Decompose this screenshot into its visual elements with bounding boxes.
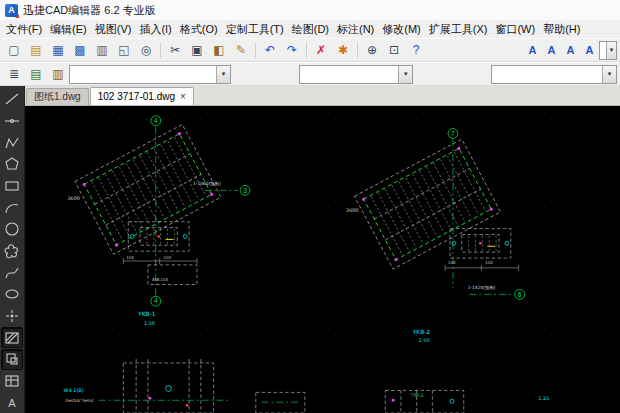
- tool-circle-button[interactable]: [1, 219, 23, 240]
- svg-text:4: 4: [154, 117, 158, 124]
- svg-text:3: 3: [243, 187, 247, 194]
- menu-file[interactable]: 文件(F): [2, 22, 46, 37]
- tool-table-button[interactable]: [1, 371, 23, 392]
- chevron-down-icon[interactable]: ▾: [398, 66, 412, 83]
- svg-text:YKB-1: YKB-1: [137, 311, 156, 317]
- menu-express-tools[interactable]: 扩展工具(X): [425, 22, 492, 37]
- axis-bubbles: 44376: [151, 116, 525, 306]
- find-icon[interactable]: ◎: [135, 40, 157, 61]
- explode-icon[interactable]: ✱: [332, 40, 354, 61]
- layers-icon[interactable]: ≣: [3, 64, 25, 85]
- svg-text:150: 150: [485, 260, 493, 265]
- svg-text:7: 7: [451, 130, 455, 137]
- help-icon[interactable]: ?: [405, 40, 427, 61]
- zoom-extents-icon[interactable]: ⊡: [383, 40, 405, 61]
- menu-insert[interactable]: 插入(I): [135, 22, 175, 37]
- linetype-combo[interactable]: ▾: [491, 65, 617, 84]
- layer-combo[interactable]: ▾: [69, 65, 231, 84]
- toolbar-separator: [306, 42, 307, 58]
- tool-revcloud-button[interactable]: [1, 241, 23, 262]
- window-title: 迅捷CAD编辑器 6.2 专业版: [23, 3, 156, 18]
- svg-text:368.150: 368.150: [152, 277, 169, 282]
- tool-arc-button[interactable]: [1, 197, 23, 218]
- tool-spline-button[interactable]: [1, 262, 23, 283]
- print-preview-icon[interactable]: ◱: [113, 40, 135, 61]
- xline-icon: [4, 113, 20, 129]
- text-align-icon[interactable]: A: [580, 40, 599, 61]
- erase-icon[interactable]: ✗: [310, 40, 332, 61]
- circle-icon: [4, 221, 20, 237]
- drawing-canvas[interactable]: 44376 36001-1060(预制)150150368.150YKB-11:…: [25, 106, 620, 413]
- mtext-icon: A: [4, 395, 20, 411]
- copy-icon[interactable]: ▣: [186, 40, 208, 61]
- point-icon: [4, 308, 20, 324]
- rectangle-icon: [4, 178, 20, 194]
- menu-view[interactable]: 视图(V): [91, 22, 136, 37]
- text-style-combo[interactable]: ▾: [599, 41, 617, 60]
- layer-states-icon[interactable]: ▥: [47, 64, 69, 85]
- undo-icon[interactable]: ↶: [259, 40, 281, 61]
- tool-polyline-button[interactable]: [1, 132, 23, 153]
- menu-bar: 文件(F)编辑(E)视图(V)插入(I)格式(O)定制工具(T)绘图(D)标注(…: [0, 20, 620, 38]
- color-combo[interactable]: ▾: [299, 65, 413, 84]
- tool-rectangle-button[interactable]: [1, 176, 23, 197]
- menu-dimension[interactable]: 标注(N): [333, 22, 378, 37]
- chevron-down-icon[interactable]: ▾: [602, 66, 616, 83]
- svg-text:1:50: 1:50: [144, 320, 155, 326]
- menu-help[interactable]: 帮助(H): [539, 22, 584, 37]
- canvas-annotations: 36001-1060(预制)150150368.150YKB-11:503600…: [64, 181, 550, 403]
- text-edit-icon[interactable]: A: [561, 40, 580, 61]
- tab-close-icon[interactable]: ×: [180, 92, 186, 102]
- svg-text:150: 150: [164, 255, 172, 260]
- layer-properties-icon[interactable]: ▤: [25, 64, 47, 85]
- svg-text:A: A: [8, 397, 16, 409]
- redo-icon[interactable]: ↷: [281, 40, 303, 61]
- paste-icon[interactable]: ◧: [208, 40, 230, 61]
- drawing-area[interactable]: 44376 36001-1060(预制)150150368.150YKB-11:…: [25, 106, 620, 413]
- open-folder-icon[interactable]: ▤: [25, 40, 47, 61]
- toolbar-separator: [160, 42, 161, 58]
- svg-text:▽M-2: ▽M-2: [411, 392, 424, 398]
- region-icon: [4, 351, 20, 367]
- text-height-icon[interactable]: A: [542, 40, 561, 61]
- bottom-right-detail: [385, 390, 463, 413]
- left-section-detail: [123, 222, 197, 285]
- chevron-down-icon[interactable]: ▾: [216, 66, 230, 83]
- bottom-middle-detail: [256, 392, 305, 413]
- menu-draw[interactable]: 绘图(D): [288, 22, 333, 37]
- tool-palette: A: [0, 86, 25, 413]
- svg-text:W4-1(B): W4-1(B): [64, 387, 84, 393]
- tool-mtext-button[interactable]: A: [1, 392, 23, 413]
- svg-text:Gerbar Send: Gerbar Send: [66, 398, 94, 403]
- chevron-down-icon[interactable]: ▾: [606, 42, 616, 59]
- new-file-icon[interactable]: ▢: [3, 40, 25, 61]
- tab-drawing-102[interactable]: 102 3717-01.dwg×: [90, 87, 194, 105]
- format-painter-icon[interactable]: ✎: [230, 40, 252, 61]
- right-section-detail: [445, 229, 519, 271]
- menu-modify[interactable]: 修改(M): [378, 22, 425, 37]
- tool-polygon-button[interactable]: [1, 154, 23, 175]
- cut-icon[interactable]: ✂: [164, 40, 186, 61]
- text-style-icon[interactable]: A: [523, 40, 542, 61]
- title-bar: A 迅捷CAD编辑器 6.2 专业版: [0, 0, 620, 20]
- tool-xline-button[interactable]: [1, 111, 23, 132]
- tool-line-button[interactable]: [1, 89, 23, 110]
- zoom-window-icon[interactable]: ⊕: [361, 40, 383, 61]
- tool-hatch-button[interactable]: [1, 327, 23, 348]
- tool-ellipse-button[interactable]: [1, 284, 23, 305]
- tool-point-button[interactable]: [1, 306, 23, 327]
- svg-text:1:50: 1:50: [419, 337, 430, 343]
- save-icon[interactable]: ▦: [47, 40, 69, 61]
- svg-text:6: 6: [518, 291, 522, 298]
- main-panel: 图纸1.dwg102 3717-01.dwg×: [25, 86, 620, 413]
- save-as-icon[interactable]: ▩: [69, 40, 91, 61]
- menu-edit[interactable]: 编辑(E): [46, 22, 91, 37]
- print-icon[interactable]: ▥: [91, 40, 113, 61]
- app-logo-letter: A: [8, 5, 15, 15]
- menu-format[interactable]: 格式(O): [176, 22, 222, 37]
- tool-region-button[interactable]: [1, 349, 23, 370]
- toolbar-properties: ≣▤▥▾▾▾: [0, 62, 620, 86]
- tab-sheet1[interactable]: 图纸1.dwg: [26, 88, 89, 105]
- menu-custom-tools[interactable]: 定制工具(T): [222, 22, 288, 37]
- menu-window[interactable]: 窗口(W): [491, 22, 539, 37]
